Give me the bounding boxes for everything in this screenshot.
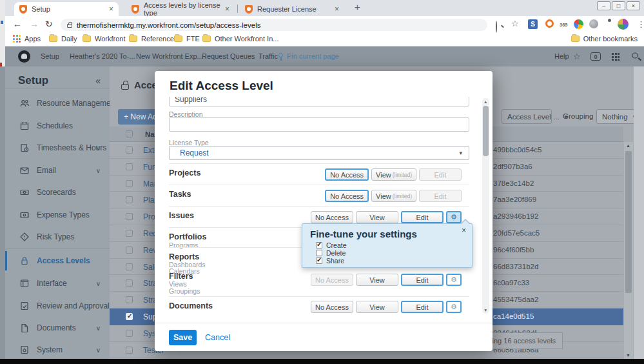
pin-current-page[interactable]: Pin current page [287, 52, 339, 60]
row-checkbox[interactable] [126, 263, 133, 270]
scrollbar-thumb[interactable] [625, 151, 632, 293]
collapse-sidebar-icon[interactable]: « [95, 76, 101, 86]
grouping-dropdown[interactable]: Nothing ▾ [596, 109, 634, 124]
other-bookmarks[interactable]: Other bookmarks [571, 35, 638, 43]
new-tab-button[interactable]: + [355, 1, 360, 12]
row-checkbox[interactable] [126, 330, 133, 337]
save-button[interactable]: Save [169, 330, 197, 345]
sidebar-item-documents[interactable]: Documents ∨ [5, 321, 110, 335]
nav-help[interactable]: Help [554, 52, 569, 60]
edit-button-selected[interactable]: Edit [401, 301, 444, 313]
sidebar-item-interface[interactable]: Interface ∨ [5, 276, 110, 290]
view-button[interactable]: View [356, 211, 398, 223]
extension-ring-icon[interactable] [545, 19, 554, 28]
zoom-icon[interactable] [496, 21, 497, 33]
option-share[interactable]: Share [316, 257, 344, 265]
view-limited-button[interactable]: View(limited) [371, 168, 416, 181]
view-button[interactable]: View [356, 274, 398, 286]
row-checkbox[interactable] [126, 347, 133, 354]
minimize-button[interactable]: – [597, 1, 610, 10]
browser-menu-icon[interactable]: ⋮ [637, 19, 644, 29]
sidebar-item-risk-types[interactable]: Risk Types [5, 230, 110, 244]
favorites-star-icon[interactable]: ☆ [573, 52, 581, 61]
scroll-up-icon[interactable]: ▲ [483, 99, 487, 104]
scroll-down-icon[interactable]: ▼ [626, 353, 630, 358]
fine-tune-gear-icon[interactable]: ⚙ [446, 211, 462, 223]
bookmark-apps[interactable]: Apps [13, 35, 41, 43]
scroll-up-icon[interactable]: ▲ [626, 143, 630, 148]
bookmark-fte[interactable]: FTE [174, 35, 200, 43]
row-checkbox[interactable] [126, 147, 133, 154]
row-checkbox[interactable] [126, 213, 133, 220]
no-access-button[interactable]: No Access [325, 168, 369, 181]
description-input[interactable] [169, 117, 469, 132]
extension-365-icon[interactable]: 365 [560, 22, 568, 28]
profile-avatar[interactable] [618, 19, 629, 30]
extension-gray-icon[interactable] [589, 19, 598, 28]
tab-close-icon[interactable]: × [109, 5, 113, 14]
sidebar-item-access-levels[interactable]: Access Levels [5, 254, 110, 268]
row-checkbox[interactable] [126, 247, 133, 254]
license-type-select[interactable]: Request ▾ [169, 146, 469, 160]
row-checkbox[interactable] [126, 296, 133, 303]
bookmark-daily[interactable]: Daily [49, 35, 77, 43]
cancel-link[interactable]: Cancel [205, 333, 230, 342]
sidebar-item-resource-management[interactable]: Resource Management [5, 96, 110, 110]
tab-setup[interactable]: Setup × [14, 2, 119, 16]
workfront-logo[interactable] [18, 50, 30, 63]
reload-icon[interactable]: ↻ [45, 19, 53, 29]
search-icon[interactable] [632, 52, 638, 58]
page-scrollbar-strip[interactable] [634, 66, 644, 359]
view-button[interactable]: View [356, 301, 398, 313]
sidebar-item-timesheets-hours[interactable]: Timesheets & Hours ∨ [5, 141, 110, 155]
row-checkbox[interactable] [126, 196, 133, 203]
edit-button-disabled[interactable]: Edit [419, 168, 462, 181]
back-icon[interactable]: ← [13, 19, 22, 29]
nav-new-workfront-exp[interactable]: New Workfront Exp... [136, 52, 203, 60]
extension-s-icon[interactable]: S [528, 19, 538, 29]
row-checkbox-checked[interactable] [126, 313, 133, 320]
tab-access-levels[interactable]: Access levels by license type × [126, 2, 235, 16]
no-access-button[interactable]: No Access [325, 190, 369, 202]
url-bar[interactable]: thermofishermktg.my.workfront.com/setup/… [61, 19, 487, 31]
tab-close-icon[interactable]: × [335, 5, 339, 14]
bookmark-star-icon[interactable]: ☆ [511, 19, 519, 28]
row-checkbox[interactable] [126, 163, 133, 170]
edit-button-disabled[interactable]: Edit [419, 190, 462, 202]
row-checkbox[interactable] [126, 180, 133, 187]
nav-setup[interactable]: Setup [41, 52, 59, 60]
table-scrollbar[interactable]: ▲ ▼ [624, 142, 633, 359]
access-level-dropdown[interactable]: Access Level ... ▾ [502, 109, 552, 124]
sidebar-item-email[interactable]: Email ∨ [5, 163, 110, 177]
select-all-checkbox[interactable] [126, 130, 133, 137]
restore-button[interactable]: □ [612, 1, 625, 10]
tab-close-icon[interactable]: × [225, 5, 229, 14]
row-checkbox[interactable] [126, 230, 133, 237]
sidebar-item-scorecards[interactable]: Scorecards [5, 185, 110, 199]
checkbox-checked[interactable] [316, 258, 322, 264]
nav-heathers-2020[interactable]: Heather's 2020 To-... [70, 52, 135, 60]
forward-icon[interactable]: → [30, 19, 39, 29]
nav-request-queues[interactable]: Request Queues [202, 52, 255, 60]
no-access-button[interactable]: No Access [311, 211, 353, 223]
sidebar-item-schedules[interactable]: Schedules [5, 119, 110, 133]
fine-tune-gear-icon[interactable]: ⚙ [446, 274, 462, 286]
no-access-button-disabled[interactable]: No Access [311, 274, 353, 286]
name-input[interactable]: Suppliers [169, 97, 469, 106]
bookmark-other-workfront[interactable]: Other Workfront In... [202, 35, 278, 43]
no-access-button[interactable]: No Access [311, 301, 353, 313]
option-create[interactable]: Create [316, 241, 347, 249]
apps-grid-icon[interactable] [612, 53, 620, 61]
nav-traffic[interactable]: Traffic [259, 52, 278, 60]
row-checkbox[interactable] [126, 279, 133, 287]
tab-requester-license[interactable]: Requester License × [240, 2, 344, 16]
edit-button-selected[interactable]: Edit [401, 211, 444, 223]
fine-tune-gear-icon[interactable]: ⚙ [446, 301, 462, 313]
announcements-badge[interactable]: 0 [590, 52, 601, 61]
checkbox-unchecked[interactable] [316, 250, 322, 256]
bookmark-workfront[interactable]: Workfront [83, 35, 125, 43]
edit-button-selected[interactable]: Edit [401, 274, 444, 286]
sidebar-item-expense-types[interactable]: Expense Types [5, 208, 110, 222]
checkbox-checked[interactable] [316, 242, 322, 248]
scroll-down-icon[interactable]: ▼ [483, 308, 487, 312]
